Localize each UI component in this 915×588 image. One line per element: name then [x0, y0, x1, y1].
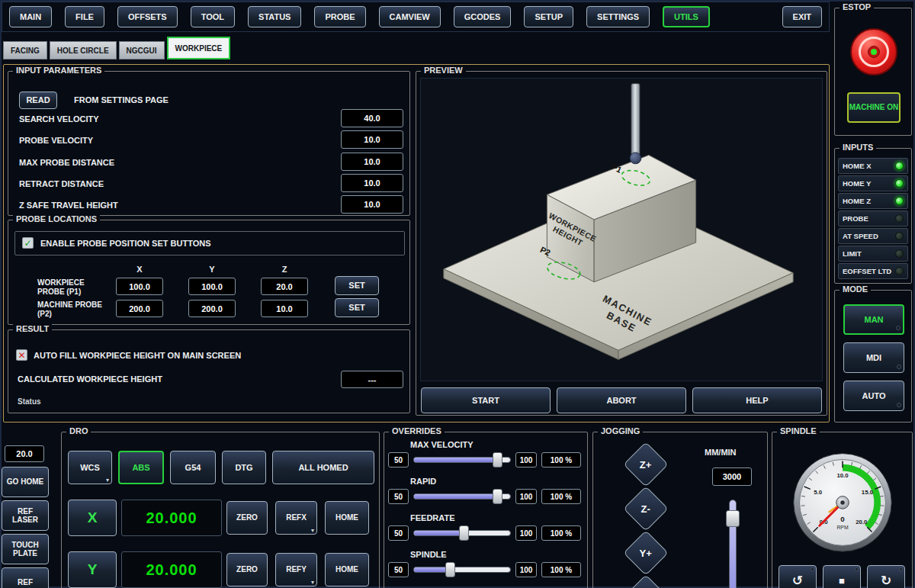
- jog-y-plus-button[interactable]: Y+: [623, 530, 668, 575]
- slider-handle[interactable]: [493, 452, 502, 468]
- axis-x-button[interactable]: X: [68, 500, 117, 536]
- x-ref-button[interactable]: REFX▾: [275, 501, 317, 535]
- y-ref-button[interactable]: REFY▾: [275, 553, 317, 586]
- nav-settings[interactable]: SETTINGS: [586, 6, 650, 27]
- axis-y-button[interactable]: Y: [68, 551, 117, 588]
- spindle-stop-button[interactable]: ■: [823, 565, 861, 588]
- spindle-percent: 100 %: [541, 562, 581, 577]
- slider-handle[interactable]: [459, 525, 469, 541]
- z-safe-travel-label: Z SAFE TRAVEL HEIGHT: [19, 201, 118, 210]
- p2-z-value[interactable]: 10.0: [261, 300, 308, 317]
- home-x-led: [895, 162, 904, 170]
- gauge-tick-5: 5.0: [814, 489, 822, 496]
- jog-z-minus-button[interactable]: Z-: [623, 486, 668, 531]
- abs-button[interactable]: ABS: [118, 451, 164, 484]
- touch-height-value[interactable]: 20.0: [5, 445, 44, 462]
- tab-ngcgui[interactable]: NGCGUI: [119, 41, 165, 59]
- nav-main[interactable]: MAIN: [9, 6, 52, 27]
- dtg-button[interactable]: DTG: [222, 451, 266, 484]
- p1-x-value[interactable]: 100.0: [116, 278, 163, 295]
- p1-y-value[interactable]: 100.0: [188, 278, 236, 295]
- feedrate-override: FEEDRATE 50 100 100 %: [384, 513, 589, 548]
- touch-plate-button[interactable]: TOUCH PLATE: [2, 534, 49, 564]
- nav-camview[interactable]: CAMVIEW: [379, 6, 441, 27]
- feedrate-slider[interactable]: [413, 525, 511, 541]
- max-velocity-min: 50: [388, 452, 409, 468]
- nav-file[interactable]: FILE: [65, 6, 104, 27]
- slider-handle[interactable]: [493, 489, 502, 504]
- jog-z-plus-button[interactable]: Z+: [623, 442, 668, 487]
- nav-probe[interactable]: PROBE: [314, 6, 365, 27]
- rapid-min: 50: [388, 489, 409, 504]
- mode-man-button[interactable]: MAN: [843, 304, 904, 335]
- spindle-rpm-unit: RPM: [836, 525, 848, 530]
- nav-gcodes[interactable]: GCODES: [454, 6, 512, 27]
- estop-button[interactable]: [850, 28, 897, 76]
- tab-facing[interactable]: FACING: [3, 41, 47, 59]
- y-zero-button[interactable]: ZERO: [226, 553, 268, 586]
- read-button[interactable]: READ: [19, 92, 57, 109]
- g54-button[interactable]: G54: [170, 451, 216, 484]
- start-button[interactable]: START: [421, 387, 551, 413]
- spindle-title: SPINDLE: [777, 426, 820, 435]
- help-button[interactable]: HELP: [692, 387, 822, 413]
- retract-distance-value[interactable]: 10.0: [341, 174, 403, 192]
- nav-utils[interactable]: UTILS: [663, 6, 710, 27]
- y-dro-value: 20.000: [121, 551, 222, 588]
- p2-set-button[interactable]: SET: [335, 298, 379, 317]
- x-home-button[interactable]: HOME: [325, 501, 369, 535]
- p2-x-value[interactable]: 200.0: [116, 300, 163, 317]
- exit-button[interactable]: EXIT: [782, 6, 822, 27]
- enable-probe-checkbox[interactable]: ✓: [22, 237, 34, 249]
- rapid-label: RAPID: [410, 477, 436, 486]
- nav-tool[interactable]: TOOL: [191, 6, 235, 27]
- mode-auto-button[interactable]: AUTO: [843, 381, 904, 411]
- tab-workpiece[interactable]: WORKPIECE: [167, 37, 231, 59]
- jog-rate-value[interactable]: 3000: [712, 468, 752, 486]
- nav-status[interactable]: STATUS: [248, 6, 301, 27]
- feedrate-min: 50: [388, 525, 409, 541]
- z-safe-travel-value[interactable]: 10.0: [341, 195, 403, 214]
- max-probe-distance-value[interactable]: 10.0: [341, 153, 403, 171]
- x-zero-button[interactable]: ZERO: [226, 501, 268, 535]
- ref-button[interactable]: REF: [2, 567, 49, 588]
- go-home-button[interactable]: GO HOME: [2, 467, 49, 497]
- input-parameters-section: INPUT PARAMETERS READ FROM SETTINGS PAGE…: [8, 71, 410, 216]
- ref-laser-button[interactable]: REF LASER: [2, 500, 49, 531]
- spindle-slider[interactable]: [413, 562, 511, 577]
- preview-title: PREVIEW: [421, 66, 466, 75]
- nav-offsets[interactable]: OFFSETS: [117, 6, 178, 27]
- rapid-max: 100: [515, 489, 537, 504]
- all-homed-button[interactable]: ALL HOMED: [272, 451, 374, 484]
- rapid-override: RAPID 50 100 100 %: [384, 477, 589, 512]
- slider-handle[interactable]: [445, 562, 455, 577]
- p1-z-value[interactable]: 20.0: [261, 278, 308, 295]
- mode-auto-led: [897, 403, 901, 407]
- y-home-button[interactable]: HOME: [325, 553, 369, 586]
- probe-locations-section: PROBE LOCATIONS ✓ ENABLE PROBE POSITION …: [8, 220, 410, 325]
- input-at-speed: AT SPEED: [838, 228, 908, 244]
- spindle-ccw-button[interactable]: ↺: [779, 565, 817, 588]
- abort-button[interactable]: ABORT: [557, 387, 686, 413]
- tab-hole-circle[interactable]: HOLE CIRCLE: [50, 41, 117, 59]
- overrides-title: OVERRIDES: [389, 426, 445, 435]
- rotate-cw-icon: ↻: [881, 574, 891, 588]
- machine-on-button[interactable]: MACHINE ON: [847, 92, 901, 123]
- jog-button-partial[interactable]: [623, 574, 668, 588]
- input-home-x: HOME X: [838, 158, 908, 174]
- wcs-button[interactable]: WCS▾: [68, 451, 112, 484]
- p2-y-value[interactable]: 200.0: [188, 300, 236, 317]
- p1-set-button[interactable]: SET: [335, 276, 379, 295]
- spindle-cw-button[interactable]: ↻: [867, 565, 905, 588]
- autofill-checkbox[interactable]: ✕: [16, 349, 27, 361]
- result-section: RESULT ✕ AUTO FILL WORKPIECE HEIGHT ON M…: [8, 329, 410, 413]
- probe-velocity-value[interactable]: 10.0: [341, 130, 403, 149]
- jog-rate-slider[interactable]: [727, 500, 738, 588]
- max-velocity-slider[interactable]: [413, 452, 511, 468]
- slider-handle[interactable]: [726, 510, 740, 527]
- mode-mdi-button[interactable]: MDI: [843, 342, 904, 373]
- rapid-slider[interactable]: [413, 489, 511, 504]
- search-velocity-value[interactable]: 40.0: [341, 109, 403, 127]
- nav-setup[interactable]: SETUP: [524, 6, 573, 27]
- spindle-override: SPINDLE 50 100 100 %: [384, 550, 589, 585]
